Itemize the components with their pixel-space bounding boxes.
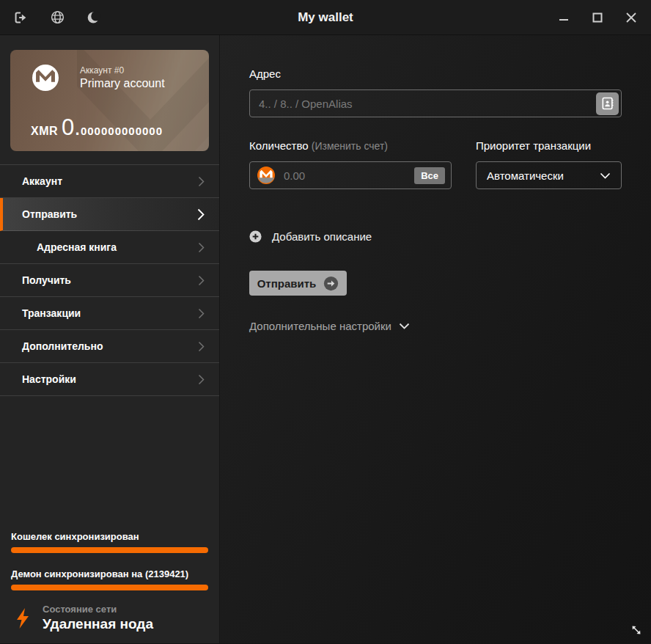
send-page: Адрес Количество (Изменить счет) <box>220 35 651 643</box>
sidebar-item-transactions[interactable]: Транзакции <box>0 297 219 330</box>
send-button[interactable]: Отправить <box>249 271 347 296</box>
wallet-balance: XMR 0. 000000000000 <box>31 114 163 141</box>
logout-icon[interactable] <box>12 9 29 26</box>
priority-selected-value: Автоматически <box>487 169 564 182</box>
amount-input[interactable] <box>275 169 414 182</box>
resize-cursor-icon <box>630 624 642 639</box>
chevron-right-icon <box>198 275 205 286</box>
sidebar-item-address-book[interactable]: Адресная книга <box>0 231 219 264</box>
balance-currency: XMR <box>31 125 58 138</box>
dark-mode-moon-icon[interactable] <box>85 9 103 26</box>
window-controls <box>554 8 651 27</box>
chevron-right-icon <box>198 308 205 319</box>
chevron-right-icon <box>198 242 205 253</box>
address-book-button[interactable] <box>596 92 619 115</box>
monero-logo-icon <box>32 65 59 91</box>
maximize-button[interactable] <box>588 8 607 27</box>
amount-label: Количество <box>249 139 312 152</box>
plus-circle-icon <box>249 230 262 243</box>
chevron-right-icon <box>198 176 205 187</box>
add-description-button[interactable]: Добавить описание <box>249 230 622 243</box>
add-description-label: Добавить описание <box>272 230 372 243</box>
sidebar-item-settings[interactable]: Настройки <box>0 363 219 396</box>
sidebar-item-receive[interactable]: Получить <box>0 264 219 297</box>
chevron-down-icon <box>399 323 410 329</box>
sidebar-menu: Аккаунт Отправить Адресная книга Получит… <box>0 164 219 396</box>
send-button-label: Отправить <box>257 277 317 290</box>
sidebar: Аккаунт #0 Primary account XMR 0. 000000… <box>0 35 220 643</box>
sidebar-status: Кошелек синхронизирован Демон синхронизи… <box>0 531 219 643</box>
sidebar-item-advanced[interactable]: Дополнительно <box>0 330 219 363</box>
titlebar-left-icons <box>0 9 103 26</box>
priority-label: Приоритет транзакции <box>476 139 622 152</box>
priority-dropdown[interactable]: Автоматически <box>476 161 622 189</box>
chevron-right-icon <box>198 374 205 385</box>
sidebar-item-send[interactable]: Отправить <box>0 198 219 231</box>
balance-fraction: 000000000000 <box>81 125 163 137</box>
close-button[interactable] <box>622 8 641 27</box>
menu-item-label: Отправить <box>22 208 77 220</box>
network-status[interactable]: Состояние сети Удаленная нода <box>11 604 208 632</box>
wallet-sync-progressbar <box>11 547 208 553</box>
daemon-sync-progressbar <box>11 585 208 590</box>
balance-integer: 0. <box>62 114 81 141</box>
address-input-box <box>249 89 622 117</box>
change-account-link[interactable]: (Изменить счет) <box>312 140 388 152</box>
network-status-value: Удаленная нода <box>43 616 153 632</box>
address-label: Адрес <box>249 67 622 80</box>
send-all-button[interactable]: Все <box>414 167 445 184</box>
menu-item-label: Получить <box>22 274 71 286</box>
titlebar: My wallet <box>0 0 651 35</box>
network-status-label: Состояние сети <box>43 604 153 615</box>
amount-label-row: Количество (Изменить счет) <box>249 139 452 152</box>
advanced-settings-label: Дополнительные настройки <box>249 320 391 332</box>
account-name-label: Primary account <box>80 77 165 90</box>
menu-item-label: Настройки <box>22 373 76 385</box>
minimize-button[interactable] <box>554 8 573 27</box>
account-card[interactable]: Аккаунт #0 Primary account XMR 0. 000000… <box>10 50 209 151</box>
menu-item-label: Адресная книга <box>37 241 117 253</box>
arrow-right-circle-icon <box>323 276 339 291</box>
chevron-down-icon <box>600 172 611 179</box>
menu-item-label: Аккаунт <box>22 175 62 187</box>
lightning-icon <box>15 607 30 629</box>
daemon-sync-label: Демон синхронизирован на (2139421) <box>11 568 208 579</box>
chevron-right-icon <box>197 208 205 221</box>
account-number-label: Аккаунт #0 <box>80 65 165 76</box>
sidebar-item-account[interactable]: Аккаунт <box>0 165 219 198</box>
menu-item-label: Транзакции <box>22 307 81 319</box>
advanced-settings-toggle[interactable]: Дополнительные настройки <box>249 320 622 332</box>
menu-item-label: Дополнительно <box>22 340 103 352</box>
address-input[interactable] <box>250 98 596 110</box>
language-globe-icon[interactable] <box>48 9 66 26</box>
wallet-sync-label: Кошелек синхронизирован <box>11 531 208 542</box>
monero-coin-icon <box>257 167 275 184</box>
chevron-right-icon <box>198 341 205 352</box>
amount-input-box: Все <box>249 161 452 189</box>
